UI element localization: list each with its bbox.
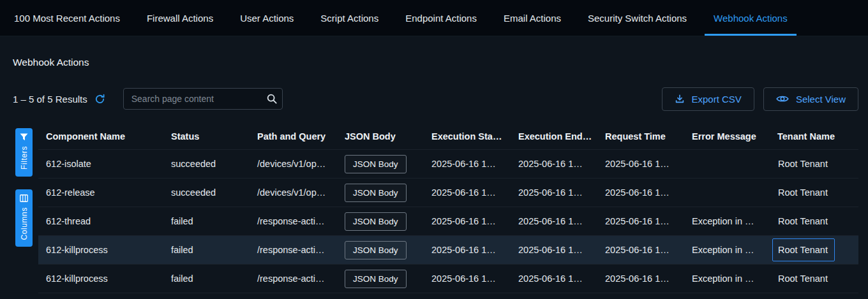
cell-path-and-query: /devices/v1/op… (250, 187, 337, 198)
select-view-label: Select View (796, 94, 846, 105)
cell-path-and-query: /devices/v1/op… (250, 159, 337, 169)
side-panel-buttons: Filters Columns (0, 123, 38, 293)
export-csv-label: Export CSV (692, 94, 742, 105)
cell-path-and-query: /response-acti… (250, 273, 337, 284)
filters-button[interactable]: Filters (15, 128, 33, 177)
cell-json-body: JSON Body (337, 241, 424, 259)
cell-component-name: 612-killprocess (38, 245, 163, 255)
cell-error-message: Exception in … (684, 245, 770, 255)
column-header-json-body[interactable]: JSON Body (337, 131, 424, 142)
column-header-tenant-name[interactable]: Tenant Name (770, 131, 858, 142)
json-body-button[interactable]: JSON Body (345, 270, 407, 288)
tab-firewall-actions[interactable]: Firewall Actions (147, 0, 213, 36)
search-box (123, 88, 283, 110)
actions-tab-bar: 100 Most Recent ActionsFirewall ActionsU… (0, 0, 868, 36)
column-header-execution-sta[interactable]: Execution Sta… (424, 131, 511, 142)
results-count-group: 1 – 5 of 5 Results (13, 94, 105, 105)
cell-execution-start: 2025-06-16 1… (424, 245, 511, 255)
cell-execution-end: 2025-06-16 1… (511, 216, 597, 226)
eye-icon (776, 94, 789, 103)
tab-100-most-recent-actions[interactable]: 100 Most Recent Actions (14, 0, 120, 36)
cell-tenant-name: Root Tenant (770, 267, 858, 290)
cell-component-name: 612-isolate (38, 159, 163, 169)
webhook-actions-table: Component NameStatusPath and QueryJSON B… (38, 123, 858, 293)
cell-status: succeeded (163, 159, 250, 169)
tenant-name-value: Root Tenant (772, 267, 835, 290)
table-body: 612-isolate succeeded /devices/v1/op… JS… (38, 150, 858, 293)
cell-component-name: 612-release (38, 187, 163, 198)
cell-component-name: 612-killprocess (38, 273, 163, 284)
cell-path-and-query: /response-acti… (250, 245, 337, 255)
cell-status: failed (163, 216, 250, 226)
search-icon (266, 93, 278, 105)
table-row[interactable]: 612-killprocess failed /response-acti… J… (38, 236, 858, 265)
cell-execution-end: 2025-06-16 1… (511, 273, 597, 284)
cell-tenant-name: Root Tenant (770, 181, 858, 204)
column-header-execution-end[interactable]: Execution End… (511, 131, 597, 142)
refresh-icon (94, 94, 105, 105)
download-icon (675, 94, 685, 104)
filter-funnel-icon (20, 133, 28, 141)
cell-execution-start: 2025-06-16 1… (424, 273, 511, 284)
cell-json-body: JSON Body (337, 155, 424, 173)
cell-request-time: 2025-06-16 1… (597, 273, 684, 284)
cell-execution-start: 2025-06-16 1… (424, 216, 511, 226)
search-input[interactable] (123, 88, 283, 110)
json-body-button[interactable]: JSON Body (345, 184, 407, 202)
cell-execution-start: 2025-06-16 1… (424, 187, 511, 198)
table-row[interactable]: 612-thread failed /response-acti… JSON B… (38, 207, 858, 236)
cell-json-body: JSON Body (337, 184, 424, 202)
column-header-component-name[interactable]: Component Name (38, 131, 163, 142)
tab-endpoint-actions[interactable]: Endpoint Actions (405, 0, 477, 36)
refresh-button[interactable] (94, 94, 105, 105)
cell-json-body: JSON Body (337, 212, 424, 231)
cell-request-time: 2025-06-16 1… (597, 245, 684, 255)
table-header-row: Component NameStatusPath and QueryJSON B… (38, 123, 858, 150)
tab-user-actions[interactable]: User Actions (240, 0, 294, 36)
cell-component-name: 612-thread (38, 216, 163, 226)
json-body-button[interactable]: JSON Body (345, 241, 407, 259)
table-row[interactable]: 612-release succeeded /devices/v1/op… JS… (38, 179, 858, 207)
search-submit-button[interactable] (266, 93, 278, 105)
columns-button[interactable]: Columns (15, 189, 33, 247)
cell-execution-end: 2025-06-16 1… (511, 245, 597, 255)
toolbar: 1 – 5 of 5 Results Export CSV (13, 87, 858, 110)
column-header-error-message[interactable]: Error Message (684, 131, 770, 142)
json-body-button[interactable]: JSON Body (345, 212, 407, 231)
table-row[interactable]: 612-isolate succeeded /devices/v1/op… JS… (38, 150, 858, 179)
columns-label: Columns (20, 207, 29, 240)
cell-tenant-name: Root Tenant (770, 238, 858, 261)
tenant-name-value: Root Tenant (772, 152, 835, 175)
table-columns-icon (20, 194, 28, 202)
cell-execution-start: 2025-06-16 1… (424, 159, 511, 169)
cell-request-time: 2025-06-16 1… (597, 216, 684, 226)
cell-request-time: 2025-06-16 1… (597, 159, 684, 169)
cell-error-message: Exception in … (684, 216, 770, 226)
toolbar-actions: Export CSV Select View (662, 87, 858, 111)
export-csv-button[interactable]: Export CSV (662, 87, 754, 111)
cell-json-body: JSON Body (337, 270, 424, 288)
cell-tenant-name: Root Tenant (770, 210, 858, 233)
cell-execution-end: 2025-06-16 1… (511, 187, 597, 198)
select-view-button[interactable]: Select View (763, 87, 858, 111)
column-header-status[interactable]: Status (163, 131, 250, 142)
page-title: Webhook Actions (13, 57, 868, 68)
tab-script-actions[interactable]: Script Actions (320, 0, 378, 36)
tenant-name-value: Root Tenant (772, 181, 835, 204)
results-count: 1 – 5 of 5 Results (13, 94, 87, 105)
column-header-request-time[interactable]: Request Time (597, 131, 684, 142)
tab-security-switch-actions[interactable]: Security Switch Actions (588, 0, 687, 36)
tab-email-actions[interactable]: Email Actions (504, 0, 561, 36)
cell-tenant-name: Root Tenant (770, 152, 858, 175)
tab-webhook-actions[interactable]: Webhook Actions (714, 0, 788, 36)
table-row[interactable]: 612-killprocess failed /response-acti… J… (38, 265, 858, 293)
cell-status: failed (163, 245, 250, 255)
tenant-name-value: Root Tenant (772, 238, 835, 261)
column-header-path-and-query[interactable]: Path and Query (250, 131, 337, 142)
cell-status: succeeded (163, 187, 250, 198)
tenant-name-value: Root Tenant (772, 210, 835, 233)
cell-execution-end: 2025-06-16 1… (511, 159, 597, 169)
content-area: Filters Columns Component NameStatusPath… (0, 123, 868, 293)
json-body-button[interactable]: JSON Body (345, 155, 407, 173)
cell-error-message: Exception in … (684, 273, 770, 284)
